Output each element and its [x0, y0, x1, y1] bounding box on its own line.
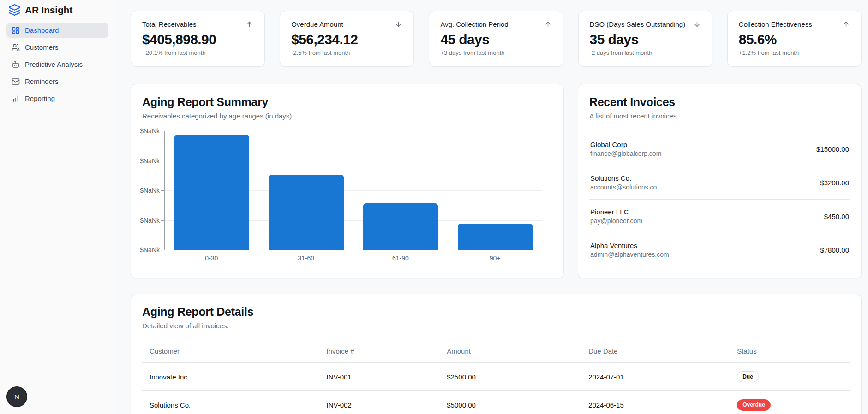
chart-plot-area — [164, 131, 552, 250]
stat-label: Avg. Collection Period — [440, 20, 508, 28]
aging-summary-title: Aging Report Summary — [142, 95, 552, 109]
stat-label: Overdue Amount — [291, 20, 343, 28]
cell-amount: $5000.00 — [439, 391, 581, 414]
cell-amount: $2500.00 — [439, 363, 581, 391]
bar-61-90[interactable] — [363, 203, 438, 250]
trend-up-icon — [544, 20, 552, 28]
table-row[interactable]: Innovate Inc. INV-001 $2500.00 2024-07-0… — [142, 363, 850, 391]
stats-row: Total Receivables $405,898.90 +20.1% fro… — [131, 11, 862, 67]
brand: AR Insight — [6, 3, 108, 23]
dashboard-icon — [12, 26, 20, 35]
cell-customer: Innovate Inc. — [142, 363, 319, 391]
cell-invoice: INV-002 — [319, 391, 440, 414]
sidebar-item-label: Reporting — [25, 95, 55, 102]
app-root: AR Insight Dashboard Customers Predictiv… — [0, 0, 868, 414]
trend-up-icon — [245, 20, 253, 28]
invoice-amount: $450.00 — [824, 213, 849, 220]
trend-down-icon — [395, 20, 402, 28]
bar-31-60[interactable] — [269, 175, 344, 250]
aging-details-card: Aging Report Details Detailed view of al… — [131, 294, 862, 414]
table-row[interactable]: Solutions Co. INV-002 $5000.00 2024-06-1… — [142, 391, 850, 414]
x-tick-label: 0-30 — [164, 254, 259, 262]
stat-card-overdue-amount: Overdue Amount $56,234.12 -2.5% from las… — [280, 11, 414, 67]
aging-details-subtitle: Detailed view of all invoices. — [142, 322, 850, 330]
layers-logo-icon — [8, 4, 21, 16]
x-tick-label: 61-90 — [353, 254, 448, 262]
avatar[interactable]: N — [6, 386, 27, 407]
sidebar-nav: Dashboard Customers Predictive Analysis … — [6, 23, 108, 106]
recent-invoices-subtitle: A list of most recent invoices. — [589, 112, 850, 120]
bot-icon — [12, 60, 20, 69]
sidebar-item-label: Reminders — [25, 77, 59, 85]
aging-details-table: Customer Invoice # Amount Due Date Statu… — [142, 341, 850, 414]
column-header-due-date[interactable]: Due Date — [581, 341, 730, 363]
invoice-list-item[interactable]: Pioneer LLC pay@pioneer.com $450.00 — [589, 199, 850, 233]
column-header-customer[interactable]: Customer — [142, 341, 319, 363]
column-header-status[interactable]: Status — [730, 341, 850, 363]
invoice-customer: Global Corp — [590, 141, 661, 148]
mid-row: Aging Report Summary Receivables categor… — [131, 84, 862, 278]
invoice-amount: $7800.00 — [820, 246, 849, 254]
invoice-amount: $3200.00 — [820, 179, 849, 187]
app-title: AR Insight — [25, 5, 72, 16]
invoice-customer: Alpha Ventures — [590, 242, 669, 249]
stat-change: +3 days from last month — [440, 49, 551, 56]
sidebar-item-label: Predictive Analysis — [25, 60, 83, 68]
chart-x-axis: 0-30 31-60 61-90 90+ — [164, 254, 542, 262]
invoice-list-item[interactable]: Global Corp finance@globalcorp.com $1500… — [589, 132, 850, 166]
sidebar-item-reporting[interactable]: Reporting — [6, 91, 108, 106]
avatar-initial: N — [14, 393, 19, 401]
column-header-invoice[interactable]: Invoice # — [319, 341, 440, 363]
y-tick-label: $NaNk — [140, 127, 160, 135]
y-tick-label: $NaNk — [140, 217, 160, 224]
bar-90-plus[interactable] — [458, 224, 533, 250]
stat-change: -2 days from last month — [590, 49, 701, 56]
mail-icon — [12, 77, 20, 86]
cell-invoice: INV-001 — [319, 363, 440, 391]
status-badge-overdue: Overdue — [737, 399, 771, 410]
trend-down-icon — [693, 20, 701, 28]
invoice-email: accounts@solutions.co — [590, 183, 657, 191]
chart-y-axis: $NaNk $NaNk $NaNk $NaNk $NaNk — [142, 131, 164, 250]
sidebar-item-dashboard[interactable]: Dashboard — [6, 23, 108, 38]
invoice-list-item[interactable]: Solutions Co. accounts@solutions.co $320… — [589, 166, 850, 199]
y-tick-label: $NaNk — [140, 246, 160, 254]
invoice-email: finance@globalcorp.com — [590, 150, 661, 157]
stat-value: $405,898.90 — [142, 32, 253, 47]
invoice-list-item[interactable]: Alpha Ventures admin@alphaventures.com $… — [589, 233, 850, 266]
sidebar-item-label: Dashboard — [25, 26, 59, 34]
invoice-email: admin@alphaventures.com — [590, 251, 669, 258]
sidebar-item-reminders[interactable]: Reminders — [6, 74, 108, 89]
y-tick-label: $NaNk — [140, 187, 160, 194]
stat-value: 35 days — [590, 32, 701, 47]
aging-summary-card: Aging Report Summary Receivables categor… — [131, 84, 564, 278]
stat-label: DSO (Days Sales Outstanding) — [590, 20, 686, 28]
stat-label: Total Receivables — [142, 20, 197, 28]
sidebar-item-customers[interactable]: Customers — [6, 40, 108, 55]
stat-card-dso: DSO (Days Sales Outstanding) 35 days -2 … — [578, 11, 712, 67]
x-tick-label: 31-60 — [259, 254, 353, 262]
invoice-customer: Pioneer LLC — [590, 208, 642, 216]
x-tick-label: 90+ — [448, 254, 542, 262]
stat-card-total-receivables: Total Receivables $405,898.90 +20.1% fro… — [131, 11, 265, 67]
sidebar-item-label: Customers — [25, 43, 59, 51]
main-content: Total Receivables $405,898.90 +20.1% fro… — [115, 0, 868, 414]
recent-invoices-list: Global Corp finance@globalcorp.com $1500… — [589, 132, 850, 266]
cell-customer: Solutions Co. — [142, 391, 319, 414]
column-header-amount[interactable]: Amount — [439, 341, 581, 363]
stat-value: 45 days — [440, 32, 551, 47]
table-header-row: Customer Invoice # Amount Due Date Statu… — [142, 341, 850, 363]
stat-card-collection-effectiveness: Collection Effectiveness 85.6% +1.2% fro… — [727, 11, 862, 67]
sidebar-item-predictive-analysis[interactable]: Predictive Analysis — [6, 57, 108, 72]
bar-0-30[interactable] — [174, 135, 249, 250]
aging-details-title: Aging Report Details — [142, 305, 850, 319]
users-icon — [12, 43, 20, 52]
stat-card-avg-collection-period: Avg. Collection Period 45 days +3 days f… — [429, 11, 563, 67]
cell-due-date: 2024-06-15 — [581, 391, 730, 414]
stat-change: +20.1% from last month — [142, 49, 253, 56]
recent-invoices-card: Recent Invoices A list of most recent in… — [578, 84, 862, 278]
stat-value: 85.6% — [739, 32, 850, 47]
invoice-email: pay@pioneer.com — [590, 217, 642, 225]
status-badge-due: Due — [737, 371, 759, 382]
stat-change: +1.2% from last month — [739, 49, 850, 56]
